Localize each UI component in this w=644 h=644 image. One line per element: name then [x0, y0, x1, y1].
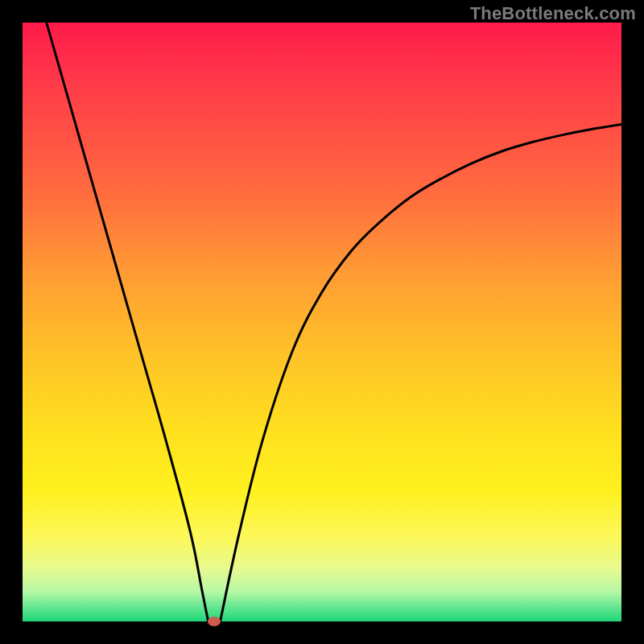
bottleneck-curve: [23, 23, 621, 621]
plot-area: [23, 23, 621, 621]
minimum-marker: [208, 617, 221, 626]
chart-frame: TheBottleneck.com: [0, 0, 644, 644]
watermark-text: TheBottleneck.com: [470, 3, 636, 24]
